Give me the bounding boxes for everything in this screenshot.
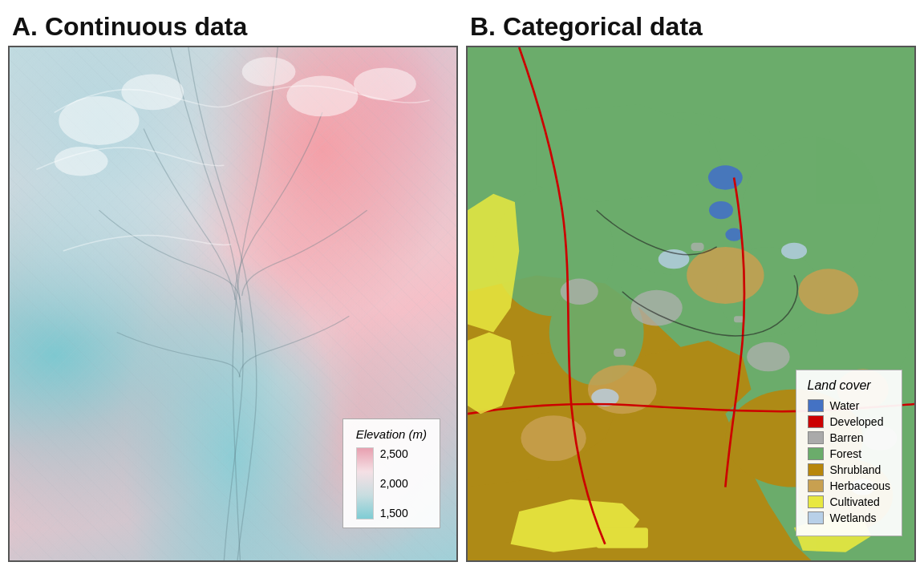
landcover-map: Land cover WaterDevelopedBarrenForestShr… [468, 47, 914, 560]
svg-point-5 [242, 57, 296, 87]
landcover-legend-item: Developed [808, 415, 891, 428]
svg-point-35 [725, 228, 742, 241]
landcover-legend-items: WaterDevelopedBarrenForestShrublandHerba… [808, 399, 891, 524]
svg-point-36 [659, 249, 690, 269]
elevation-label-1500: 1,500 [380, 507, 408, 519]
legend-item-label: Wetlands [830, 511, 877, 524]
svg-point-18 [687, 247, 764, 304]
legend-item-label: Water [830, 399, 860, 412]
landcover-legend-item: Forest [808, 447, 891, 460]
legend-swatch [808, 415, 824, 428]
svg-rect-32 [597, 528, 648, 548]
svg-point-34 [709, 201, 733, 219]
elevation-legend-title: Elevation (m) [356, 427, 427, 441]
svg-point-2 [55, 147, 108, 176]
legend-item-label: Cultivated [830, 495, 880, 508]
svg-point-0 [59, 96, 139, 145]
legend-swatch [808, 479, 824, 492]
svg-point-20 [798, 269, 858, 314]
svg-rect-29 [614, 349, 626, 357]
svg-point-3 [286, 76, 358, 117]
svg-point-33 [708, 165, 743, 189]
left-panel-title: A. Continuous data [8, 8, 458, 46]
elevation-map-frame: Elevation (m) 2,500 2,000 1,500 [8, 46, 458, 562]
landcover-legend-title: Land cover [808, 378, 891, 393]
landcover-legend-item: Cultivated [808, 495, 891, 508]
legend-swatch [808, 447, 824, 460]
legend-item-label: Barren [830, 431, 864, 444]
elevation-legend-labels: 2,500 2,000 1,500 [380, 447, 408, 519]
right-panel-title: B. Categorical data [466, 8, 916, 46]
landcover-legend-item: Water [808, 399, 891, 412]
svg-point-37 [781, 243, 807, 259]
svg-point-1 [121, 75, 184, 111]
elevation-color-bar [356, 447, 374, 519]
elevation-label-2500: 2,500 [380, 447, 408, 460]
legend-item-label: Shrubland [830, 463, 881, 476]
landcover-legend-item: Herbaceous [808, 479, 891, 492]
elevation-label-2000: 2,000 [380, 477, 408, 490]
legend-swatch [808, 511, 824, 524]
svg-point-4 [354, 67, 416, 100]
svg-point-23 [631, 290, 683, 326]
landcover-map-frame: Land cover WaterDevelopedBarrenForestShr… [466, 46, 916, 562]
legend-swatch [808, 431, 824, 444]
landcover-legend: Land cover WaterDevelopedBarrenForestShr… [796, 370, 903, 536]
svg-point-25 [561, 279, 598, 305]
elevation-map: Elevation (m) 2,500 2,000 1,500 [10, 47, 456, 560]
legend-swatch [808, 399, 824, 412]
legend-swatch [808, 495, 824, 508]
left-panel: A. Continuous data [8, 8, 458, 562]
legend-item-label: Forest [830, 447, 862, 460]
svg-point-24 [747, 342, 790, 372]
elevation-legend: Elevation (m) 2,500 2,000 1,500 [342, 418, 440, 528]
landcover-legend-item: Barren [808, 431, 891, 444]
main-container: A. Continuous data [0, 0, 924, 570]
svg-rect-27 [691, 243, 704, 251]
landcover-legend-item: Wetlands [808, 511, 891, 524]
landcover-legend-item: Shrubland [808, 463, 891, 476]
right-panel: B. Categorical data [466, 8, 916, 562]
legend-item-label: Herbaceous [830, 479, 891, 492]
legend-item-label: Developed [830, 415, 884, 428]
legend-swatch [808, 463, 824, 476]
